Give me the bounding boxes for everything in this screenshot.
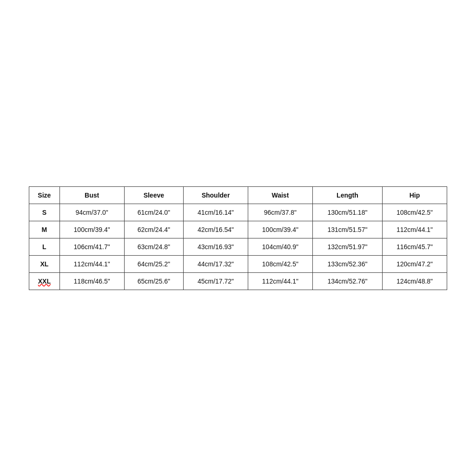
cell-length-3: 133cm/52.36" (312, 255, 382, 272)
cell-shoulder-0: 41cm/16.14" (184, 204, 248, 221)
cell-waist-4: 112cm/44.1" (248, 272, 312, 290)
cell-size-2: L (29, 238, 60, 255)
cell-bust-3: 112cm/44.1" (60, 255, 124, 272)
cell-length-0: 130cm/51.18" (312, 204, 382, 221)
cell-hip-4: 124cm/48.8" (383, 272, 447, 290)
header-shoulder: Shoulder (184, 186, 248, 204)
cell-shoulder-1: 42cm/16.54" (184, 221, 248, 238)
header-size: Size (29, 186, 60, 204)
table-row: M100cm/39.4"62cm/24.4"42cm/16.54"100cm/3… (29, 221, 447, 238)
cell-shoulder-3: 44cm/17.32" (184, 255, 248, 272)
cell-size-3: XL (29, 255, 60, 272)
cell-shoulder-4: 45cm/17.72" (184, 272, 248, 290)
cell-length-2: 132cm/51.97" (312, 238, 382, 255)
header-sleeve: Sleeve (124, 186, 184, 204)
cell-hip-0: 108cm/42.5" (383, 204, 447, 221)
cell-waist-2: 104cm/40.9" (248, 238, 312, 255)
cell-bust-2: 106cm/41.7" (60, 238, 124, 255)
cell-bust-4: 118cm/46.5" (60, 272, 124, 290)
cell-sleeve-1: 62cm/24.4" (124, 221, 184, 238)
cell-bust-1: 100cm/39.4" (60, 221, 124, 238)
header-length: Length (312, 186, 382, 204)
cell-waist-0: 96cm/37.8" (248, 204, 312, 221)
cell-sleeve-0: 61cm/24.0" (124, 204, 184, 221)
cell-hip-2: 116cm/45.7" (383, 238, 447, 255)
table-row: XL112cm/44.1"64cm/25.2"44cm/17.32"108cm/… (29, 255, 447, 272)
table-row: L106cm/41.7"63cm/24.8"43cm/16.93"104cm/4… (29, 238, 447, 255)
cell-size-1: M (29, 221, 60, 238)
header-hip: Hip (383, 186, 447, 204)
cell-sleeve-4: 65cm/25.6" (124, 272, 184, 290)
size-chart-container: Size Bust Sleeve Shoulder Waist Length H… (29, 186, 447, 290)
cell-shoulder-2: 43cm/16.93" (184, 238, 248, 255)
cell-sleeve-3: 64cm/25.2" (124, 255, 184, 272)
header-bust: Bust (60, 186, 124, 204)
cell-bust-0: 94cm/37.0" (60, 204, 124, 221)
table-header-row: Size Bust Sleeve Shoulder Waist Length H… (29, 186, 447, 204)
cell-length-1: 131cm/51.57" (312, 221, 382, 238)
cell-hip-3: 120cm/47.2" (383, 255, 447, 272)
cell-waist-1: 100cm/39.4" (248, 221, 312, 238)
cell-sleeve-2: 63cm/24.8" (124, 238, 184, 255)
cell-size-0: S (29, 204, 60, 221)
table-row: S94cm/37.0"61cm/24.0"41cm/16.14"96cm/37.… (29, 204, 447, 221)
cell-waist-3: 108cm/42.5" (248, 255, 312, 272)
table-row: XXL118cm/46.5"65cm/25.6"45cm/17.72"112cm… (29, 272, 447, 290)
cell-hip-1: 112cm/44.1" (383, 221, 447, 238)
cell-size-4: XXL (29, 272, 60, 290)
header-waist: Waist (248, 186, 312, 204)
size-chart-table: Size Bust Sleeve Shoulder Waist Length H… (29, 186, 447, 290)
cell-length-4: 134cm/52.76" (312, 272, 382, 290)
